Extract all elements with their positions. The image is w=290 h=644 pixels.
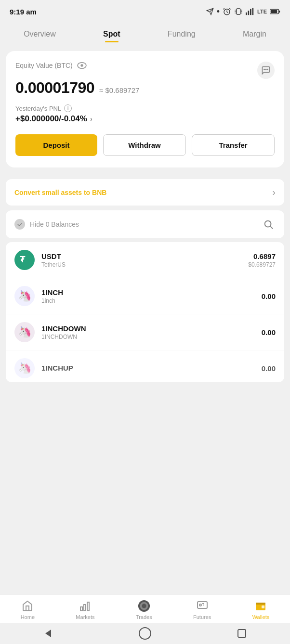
- convert-bnb-text: Convert small assets to BNB: [14, 189, 106, 196]
- svg-text:₮: ₮: [20, 255, 26, 264]
- svg-rect-30: [84, 605, 86, 611]
- 1inchup-amount: 0.00: [262, 364, 276, 373]
- equity-value-row: 0.00001790 ≈ $0.689727: [15, 79, 275, 97]
- gap-1: [0, 172, 290, 179]
- svg-rect-29: [80, 607, 82, 611]
- svg-rect-20: [271, 10, 277, 13]
- home-circle-icon: [138, 627, 152, 640]
- search-button[interactable]: [261, 217, 276, 232]
- svg-point-22: [80, 64, 83, 66]
- svg-point-34: [142, 604, 146, 608]
- trades-icon: [138, 600, 150, 612]
- pnl-amount: +$0.000000/-0.04%: [15, 114, 87, 124]
- equity-header-row: Equity Value (BTC): [15, 62, 275, 79]
- 1inchup-logo: 🦄: [14, 358, 35, 378]
- search-icon: [263, 219, 274, 230]
- status-time: 9:19 am: [10, 8, 37, 16]
- convert-bnb-banner[interactable]: Convert small assets to BNB ›: [6, 179, 284, 206]
- tab-funding[interactable]: Funding: [168, 30, 196, 42]
- markets-icon: [79, 600, 92, 612]
- status-bar: 9:19 am • LTE: [0, 0, 290, 21]
- convert-bnb-chevron: ›: [272, 187, 276, 198]
- svg-rect-16: [250, 9, 251, 15]
- hide-balance-checkbox[interactable]: [14, 219, 25, 230]
- hide-balance-control[interactable]: Hide 0 Balances: [14, 219, 79, 230]
- asset-row-1inchdown[interactable]: 🦄 1INCHDOWN 1INCHDOWN 0.00: [6, 314, 284, 350]
- pnl-info-icon[interactable]: i: [64, 104, 72, 112]
- asset-row-usdt[interactable]: ₮ USDT TetherUS 0.6897 $0.689727: [6, 242, 284, 278]
- svg-point-24: [264, 69, 265, 70]
- 1inch-values: 0.00: [262, 292, 276, 300]
- nav-trades[interactable]: Trades: [136, 600, 152, 620]
- svg-rect-42: [238, 630, 246, 637]
- wallets-icon: [254, 600, 267, 612]
- alarm-icon: [223, 7, 231, 16]
- equity-usd-value: ≈ $0.689727: [99, 86, 139, 94]
- svg-rect-17: [252, 8, 254, 15]
- status-icons: • LTE: [206, 7, 280, 17]
- asset-row-1inch[interactable]: 🦄 1INCH 1inch 0.00: [6, 278, 284, 314]
- 1inch-symbol: 1INCH: [41, 288, 262, 296]
- deposit-button[interactable]: Deposit: [15, 134, 97, 156]
- asset-list: ₮ USDT TetherUS 0.6897 $0.689727 🦄 1INCH…: [6, 242, 284, 382]
- recents-square-icon: [237, 629, 247, 638]
- equity-label: Equity Value (BTC): [15, 62, 87, 69]
- send-icon: [206, 8, 214, 15]
- svg-point-26: [265, 221, 271, 227]
- 1inch-logo: 🦄: [14, 286, 35, 306]
- 1inchdown-name: 1INCHDOWN: [41, 334, 262, 340]
- android-back-button[interactable]: [38, 623, 59, 644]
- equity-card: Equity Value (BTC) 0.00001790 ≈ $0.68972…: [6, 51, 284, 167]
- back-triangle-icon: [43, 629, 53, 638]
- futures-label: Futures: [193, 614, 211, 620]
- android-recents-button[interactable]: [231, 623, 252, 644]
- pnl-value-row[interactable]: +$0.000000/-0.04% ›: [15, 114, 275, 124]
- tab-overview[interactable]: Overview: [24, 30, 56, 42]
- equity-btc-value: 0.00001790: [15, 79, 94, 97]
- eye-icon[interactable]: [77, 62, 87, 69]
- svg-rect-19: [279, 11, 280, 13]
- signal-icon: [246, 8, 254, 15]
- 1inchup-values: 0.00: [262, 364, 276, 373]
- wallets-label: Wallets: [252, 614, 270, 620]
- nav-markets[interactable]: Markets: [76, 600, 94, 620]
- portfolio-history-icon[interactable]: [257, 62, 275, 79]
- nav-futures[interactable]: Futures: [193, 600, 211, 620]
- svg-rect-39: [256, 603, 265, 605]
- svg-point-23: [265, 69, 266, 70]
- usdt-name: TetherUS: [41, 261, 248, 268]
- 1inchup-symbol: 1INCHUP: [41, 364, 262, 372]
- android-home-button[interactable]: [134, 623, 156, 644]
- battery-icon: [270, 9, 280, 14]
- usdt-symbol: USDT: [41, 252, 248, 260]
- tab-spot[interactable]: Spot: [103, 30, 120, 42]
- svg-point-25: [267, 69, 268, 70]
- svg-marker-40: [45, 630, 51, 637]
- transfer-button[interactable]: Transfer: [192, 134, 275, 156]
- asset-row-1inchup[interactable]: 🦄 1INCHUP 0.00: [6, 350, 284, 382]
- svg-point-36: [199, 604, 201, 606]
- svg-rect-14: [246, 13, 247, 15]
- pnl-label-row: Yesterday's PNL i: [15, 104, 275, 112]
- svg-rect-31: [87, 602, 89, 611]
- svg-rect-15: [248, 11, 250, 15]
- pnl-chevron-icon: ›: [90, 115, 92, 123]
- tab-margin[interactable]: Margin: [243, 30, 266, 42]
- action-buttons: Deposit Withdraw Transfer: [15, 134, 275, 156]
- withdraw-button[interactable]: Withdraw: [103, 134, 186, 156]
- home-label: Home: [21, 614, 35, 620]
- dot-indicator: •: [217, 7, 220, 17]
- nav-home[interactable]: Home: [21, 600, 35, 620]
- 1inch-name: 1inch: [41, 297, 262, 304]
- usdt-logo: ₮: [14, 250, 35, 270]
- android-nav-bar: [0, 623, 290, 644]
- nav-wallets[interactable]: Wallets: [252, 600, 270, 620]
- bottom-nav: Home Markets Trades Futures Wallets: [0, 594, 290, 623]
- bottom-spacer: [0, 382, 290, 440]
- gap-2: [0, 206, 290, 210]
- markets-label: Markets: [76, 614, 94, 620]
- trades-label: Trades: [136, 614, 152, 620]
- equity-label-text: Equity Value (BTC): [15, 62, 73, 69]
- 1inchdown-logo: 🦄: [14, 322, 35, 342]
- 1inchdown-amount: 0.00: [262, 328, 276, 336]
